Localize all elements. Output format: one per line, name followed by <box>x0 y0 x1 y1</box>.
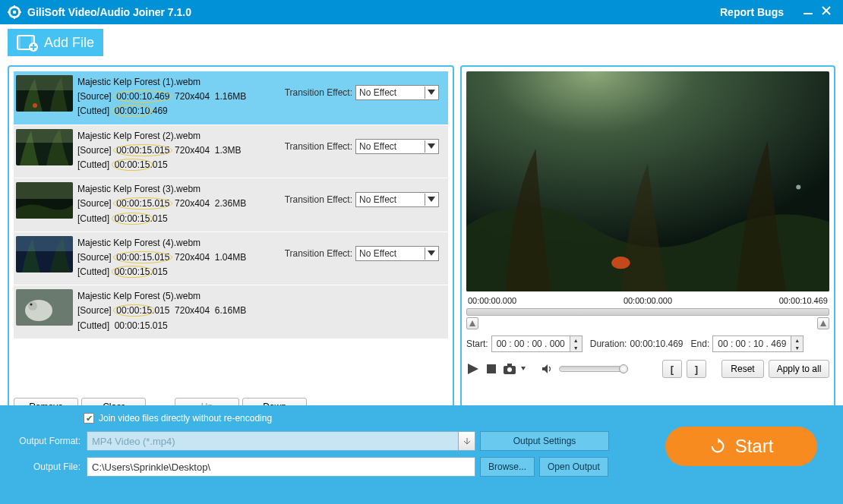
transition-value: No Effect <box>359 87 396 98</box>
file-source-line: [Source] 00:00:10.469 720x404 1.16MB <box>77 90 246 104</box>
start-label: Start: <box>466 339 488 349</box>
file-list-panel: Majestic Kelp Forest (1).webm[Source] 00… <box>8 65 454 422</box>
snapshot-dropdown[interactable] <box>521 362 526 376</box>
transition-select[interactable]: No Effect <box>355 192 439 207</box>
svg-rect-16 <box>16 129 73 143</box>
file-cutted-line: [Cutted] 00:00:10.469 <box>77 104 246 118</box>
transition-label: Transition Effect: <box>285 141 352 152</box>
start-button[interactable]: Start <box>665 427 817 466</box>
start-time-value: 00 : 00 : 00 . 000 <box>492 339 570 349</box>
volume-slider[interactable] <box>559 366 627 372</box>
svg-rect-3 <box>14 5 15 8</box>
file-name: Majestic Kelp Forest (1).webm <box>77 75 246 90</box>
file-cutted-line: [Cutted] 00:00:15.015 <box>77 319 246 333</box>
chevron-down-icon <box>425 194 437 206</box>
file-info: Majestic Kelp Forest (2).webm[Source] 00… <box>77 129 242 173</box>
output-format-label: Output Format: <box>11 436 81 446</box>
file-info: Majestic Kelp Forest (3).webm[Source] 00… <box>77 182 246 226</box>
svg-point-23 <box>28 301 37 310</box>
file-source-line: [Source] 00:00:15.015 720x404 6.16MB <box>77 304 246 318</box>
svg-point-26 <box>611 257 630 269</box>
file-source-line: [Source] 00:00:15.015 720x404 1.3MB <box>77 143 242 158</box>
file-source-line: [Source] 00:00:15.015 720x404 1.04MB <box>77 250 246 265</box>
play-button[interactable] <box>466 362 480 376</box>
add-file-label: Add File <box>44 35 94 51</box>
file-row[interactable]: Majestic Kelp Forest (4).webm[Source] 00… <box>14 232 448 285</box>
chevron-down-icon <box>425 87 437 99</box>
minimize-button[interactable] <box>799 5 817 19</box>
output-format-select[interactable]: MP4 Video (*.mp4) <box>87 431 459 451</box>
end-time-input[interactable]: 00 : 00 : 10 . 469 ▲▼ <box>712 335 804 352</box>
svg-rect-7 <box>804 13 813 14</box>
file-row[interactable]: Majestic Kelp Forest (2).webm[Source] 00… <box>14 125 448 178</box>
transition-value: No Effect <box>359 194 396 205</box>
file-name: Majestic Kelp Forest (3).webm <box>77 182 246 197</box>
file-info: Majestic Kelp Forest (1).webm[Source] 00… <box>77 75 246 119</box>
file-row[interactable]: Majestic Kelp Forest (5).webm[Source] 00… <box>14 285 448 339</box>
trim-end-handle[interactable] <box>817 317 829 329</box>
close-button[interactable] <box>817 5 835 19</box>
file-source-line: [Source] 00:00:15.015 720x404 2.36MB <box>77 197 246 211</box>
preview-progress-bar[interactable] <box>466 308 829 316</box>
file-list: Majestic Kelp Forest (1).webm[Source] 00… <box>14 71 448 392</box>
file-name: Majestic Kelp Forest (4).webm <box>77 236 246 250</box>
add-file-icon <box>17 33 38 52</box>
file-thumbnail <box>16 75 73 112</box>
svg-rect-30 <box>507 364 512 367</box>
join-without-reencode-checkbox[interactable]: ✔ <box>84 413 94 424</box>
transition-value: No Effect <box>359 248 396 259</box>
snapshot-button[interactable] <box>503 362 516 376</box>
refresh-icon <box>709 438 726 455</box>
svg-point-27 <box>796 184 800 189</box>
join-without-reencode-label: Join video files directly without re-enc… <box>99 413 272 424</box>
output-format-value: MP4 Video (*.mp4) <box>92 436 175 447</box>
transition-label: Transition Effect: <box>285 194 352 205</box>
preview-time-start: 00:00:00.000 <box>468 296 516 305</box>
svg-point-13 <box>33 103 37 108</box>
svg-rect-4 <box>14 16 15 19</box>
add-file-button[interactable]: Add File <box>8 29 103 56</box>
volume-icon[interactable] <box>541 362 554 376</box>
transition-label: Transition Effect: <box>285 87 352 98</box>
preview-time-current: 00:00:00.000 <box>624 296 672 305</box>
file-thumbnail <box>16 289 73 326</box>
duration-label: Duration: <box>590 339 627 349</box>
mark-in-button[interactable]: [ <box>662 360 682 378</box>
file-cutted-line: [Cutted] 00:00:15.015 <box>77 158 242 172</box>
duration-value: 00:00:10.469 <box>630 339 683 349</box>
file-thumbnail <box>16 129 73 165</box>
file-row[interactable]: Majestic Kelp Forest (1).webm[Source] 00… <box>14 71 448 124</box>
file-cutted-line: [Cutted] 00:00:15.015 <box>77 265 246 279</box>
start-time-input[interactable]: 00 : 00 : 00 . 000 ▲▼ <box>491 335 583 352</box>
file-thumbnail <box>16 182 73 219</box>
transition-select[interactable]: No Effect <box>355 139 439 154</box>
output-file-input[interactable]: C:\Users\Sprinkle\Desktop\ <box>87 457 475 477</box>
trim-start-handle[interactable] <box>466 317 478 329</box>
svg-point-24 <box>30 304 33 306</box>
output-settings-button[interactable]: Output Settings <box>480 431 609 451</box>
svg-rect-14 <box>16 75 73 90</box>
transition-select[interactable]: No Effect <box>355 246 439 261</box>
report-bugs-link[interactable]: Report Bugs <box>720 6 784 18</box>
file-cutted-line: [Cutted] 00:00:15.015 <box>77 212 246 226</box>
apply-to-all-button[interactable]: Apply to all <box>769 360 829 378</box>
chevron-down-icon <box>425 247 437 260</box>
output-format-dropdown-icon[interactable] <box>459 431 475 451</box>
transition-value: No Effect <box>359 141 396 152</box>
output-file-label: Output File: <box>11 461 81 472</box>
mark-out-button[interactable]: ] <box>687 360 706 378</box>
start-label: Start <box>735 436 774 457</box>
reset-button[interactable]: Reset <box>721 360 764 378</box>
preview-panel: 00:00:00.000 00:00:00.000 00:00:10.469 S… <box>460 65 835 422</box>
svg-point-31 <box>507 367 512 372</box>
video-preview[interactable] <box>466 71 829 291</box>
browse-button[interactable]: Browse... <box>480 457 535 477</box>
svg-rect-6 <box>18 11 21 13</box>
stop-button[interactable] <box>485 362 498 376</box>
bottom-bar: ✔ Join video files directly without re-e… <box>0 405 843 504</box>
transition-label: Transition Effect: <box>285 248 352 259</box>
open-output-button[interactable]: Open Output <box>539 457 608 477</box>
transition-select[interactable]: No Effect <box>355 85 439 100</box>
file-row[interactable]: Majestic Kelp Forest (3).webm[Source] 00… <box>14 178 448 232</box>
output-file-value: C:\Users\Sprinkle\Desktop\ <box>92 461 210 473</box>
